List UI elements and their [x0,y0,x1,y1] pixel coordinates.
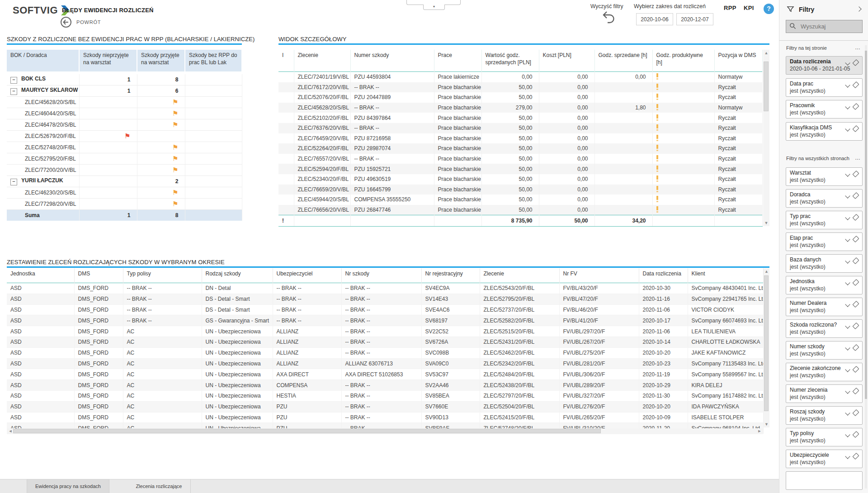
chevron-down-icon[interactable] [845,432,850,437]
table-row[interactable]: ZLEC/52264/20/F/BLPZU 28987074Prace blac… [278,143,762,154]
filter-card-typ-prac[interactable]: Typ pracjest (wszystko) [786,211,863,229]
collapse-toggle-icon[interactable]: − [10,77,17,84]
column-header[interactable]: Szkody przyjęte na warsztat [137,50,185,73]
collapse-handle[interactable]: ▾ [423,5,445,10]
table-row[interactable]: ZLEC/45628/20/S/BL-- BRAK --Prace blacha… [278,103,762,113]
column-header[interactable]: Rodzaj szkody [202,268,273,283]
column-header[interactable]: Prace [434,50,481,72]
matrix-row[interactable]: ZLEC/77200/20/V/BL⚑ [7,165,242,176]
matrix-row[interactable]: −BOK CLS18 [7,73,242,85]
clear-filter-icon[interactable] [853,236,859,242]
filter-search-input[interactable] [786,20,863,33]
clear-filter-icon[interactable] [853,366,859,373]
table-row[interactable]: ASDDMS_FORD-- BRAK --DN - Detal-- BRAK -… [7,283,763,294]
column-header[interactable]: I [278,50,294,72]
chevron-down-icon[interactable] [845,302,850,307]
chevron-down-icon[interactable] [845,454,850,459]
detail-vertical-scrollbar[interactable]: ▲ ▼ [763,50,769,226]
table-row[interactable]: ZLEC/76659/20/V/BLPZU 16645799Prace blac… [278,185,762,195]
column-header[interactable]: Zlecenie [294,50,350,72]
clear-filter-icon[interactable] [853,409,859,416]
chevron-down-icon[interactable] [845,104,850,109]
matrix-row[interactable]: ZLEC/46044/20/S/BL⚑ [7,108,242,119]
clear-filter-icon[interactable] [853,171,859,177]
column-header[interactable]: Jednostka [7,268,74,283]
chevron-down-icon[interactable] [845,193,850,198]
matrix-row[interactable]: ZLEC/52748/20/F/BL⚑ [7,142,242,153]
table-row[interactable]: ASDDMS_FORDACUN - UbezpieczeniowaPZU-- B… [7,401,763,412]
column-header[interactable]: Zlecenie [480,268,559,283]
scrollbar-thumb[interactable] [764,62,769,111]
chevron-down-icon[interactable] [845,258,850,263]
filter-card-ubezpieczyciele[interactable]: Ubezpieczycielejest (wszystko) [786,450,863,468]
date-from-input[interactable] [636,13,673,25]
column-header[interactable]: Klient [688,268,763,283]
chevron-down-icon[interactable] [845,280,850,285]
filter-card-baza-danych[interactable]: Baza danychjest (wszystko) [786,254,863,273]
matrix-row[interactable]: ZLEC/46230/20/S/BL⚑ [7,187,242,199]
scroll-down-arrow[interactable]: ▼ [764,422,769,427]
clear-filter-icon[interactable] [853,81,859,88]
table-row[interactable]: ASDDMS_FORDACUN - UbezpieczeniowaALLIANZ… [7,326,763,337]
collapse-pane-icon[interactable] [856,6,861,11]
clear-filter-icon[interactable] [853,279,859,286]
chevron-down-icon[interactable] [845,367,850,372]
table-row[interactable]: ASDDMS_FORDACUN - UbezpieczeniowaHESTIA-… [7,390,763,401]
column-header[interactable]: Nr FV [559,268,639,283]
page-tab-ewidencja-pracy-na-szkodach[interactable]: Ewidencja pracy na szkodach [27,479,109,493]
clear-filter-icon[interactable] [853,59,859,66]
matrix-row[interactable]: ZLEC/46478/20/S/BL⚑ [7,119,242,131]
help-button[interactable]: ? [764,4,774,14]
chevron-down-icon[interactable] [845,237,850,242]
chevron-down-icon[interactable] [845,389,850,393]
column-header[interactable]: Szkody nieprzyjęte na warsztat [79,50,137,73]
filter-card-numer-dealera[interactable]: Numer Dealerajest (wszystko) [786,298,863,316]
filter-card-data-rozliczenia[interactable]: Data rozliczenia2020-10-06 - 2021-01-05 [786,56,863,75]
column-header[interactable]: Wartość godz. sprzedanych [PLN] [481,50,539,72]
column-header[interactable]: Ubezpieczyciel [273,268,341,283]
scroll-right-arrow[interactable]: ► [757,428,762,434]
clear-filter-icon[interactable] [853,192,859,199]
matrix-row[interactable]: ZLEC/45628/20/S/BL⚑ [7,97,242,108]
clear-filter-icon[interactable] [853,257,859,264]
column-header[interactable]: Nr szkody [341,268,421,283]
page-filters-more-button[interactable]: … [855,44,861,51]
filter-card-numer-szkody[interactable]: Numer szkodyjest (wszystko) [786,341,863,360]
column-header[interactable]: Nr rejestracyjny [421,268,480,283]
table-row[interactable]: ZLEC/52102/20/F/BLPZU 84397864Prace blac… [278,113,762,123]
column-header[interactable]: Godz. produktywne [h] [652,50,714,72]
table-row[interactable]: ASDDMS_FORD-- BRAK --GS - Gwarancyjna - … [7,315,763,326]
date-to-input[interactable] [676,13,713,25]
filter-card-klasyfikacja-dms[interactable]: Klasyfikacja DMSjest (wszystko) [786,122,863,141]
clear-filter-icon[interactable] [853,344,859,351]
clear-filter-icon[interactable] [853,301,859,308]
clear-filter-icon[interactable] [853,322,859,329]
matrix-row[interactable]: −YURII ŁAPCZUK2 [7,176,242,187]
matrix-row[interactable]: ZLEC/52679/20/F/BL⚑ [7,131,242,142]
filters-scrollbar[interactable] [865,45,867,488]
table-row[interactable]: ASDDMS_FORD-- BRAK --DS - Detal - Smart-… [7,304,763,315]
scroll-down-arrow[interactable]: ▼ [763,221,769,225]
clear-filter-icon[interactable] [853,453,859,460]
clear-filters-undo-button[interactable] [601,10,616,24]
rpp-bookmark-button[interactable]: RPP [724,5,736,11]
clear-filter-icon[interactable] [853,388,859,394]
scrollbar-thumb[interactable] [764,275,769,411]
chevron-down-icon[interactable] [845,60,850,65]
column-header[interactable]: Szkody bez RPP do prac BL lub Lak [185,50,242,73]
table-row[interactable]: ZLEC/76656/20/V/BLPZU 26847746Prace blac… [278,205,762,215]
scroll-left-arrow[interactable]: ◄ [8,428,13,434]
chevron-down-icon[interactable] [845,171,850,176]
clear-filter-icon[interactable] [853,103,859,110]
table-row[interactable]: ZLEC/72401/19/V/BLPZU 44593804Prace laki… [278,72,762,82]
clear-filter-icon[interactable] [853,125,859,132]
column-header[interactable]: DMS [74,268,123,283]
filter-card-doradca[interactable]: Doradcajest (wszystko) [786,189,863,208]
table-row[interactable]: ASDDMS_FORDACUN - UbezpieczeniowaAXA DIR… [7,369,763,380]
chevron-down-icon[interactable] [845,323,850,328]
table-row[interactable]: ASDDMS_FORDACUN - UbezpieczeniowaALLIANZ… [7,347,763,358]
scroll-up-arrow[interactable]: ▲ [764,269,769,274]
collapse-toggle-icon[interactable]: − [10,88,17,95]
table-row[interactable]: ZLEC/76557/20/V/BL-- BRAK --Prace blacha… [278,154,762,164]
table-row[interactable]: ZLEC/52594/20/F/BLPZU 15925721Prace blac… [278,164,762,174]
